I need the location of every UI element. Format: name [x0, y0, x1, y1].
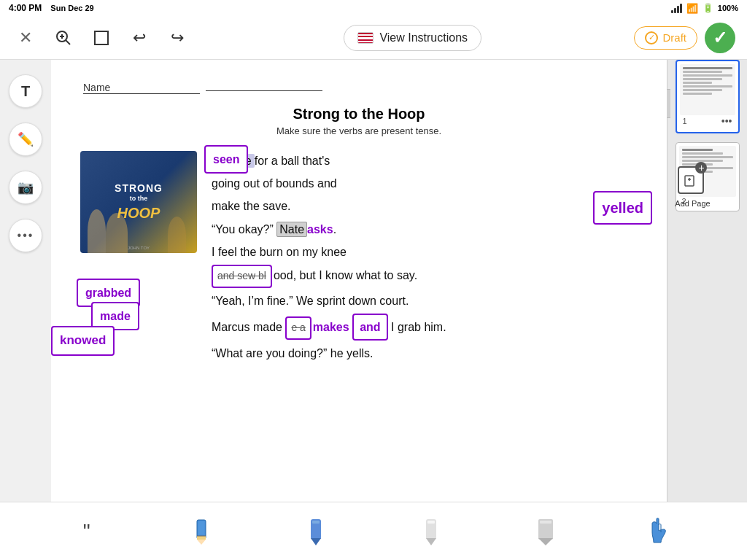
pointer-tool-button[interactable]	[647, 517, 673, 546]
story-text-area: seen yelled grabbed made knowed	[212, 151, 638, 366]
name-label: Name	[83, 82, 200, 94]
makes-word: makes	[313, 321, 349, 333]
seen-label-text: seen	[213, 153, 239, 166]
and-sew-strikethrough[interactable]: and sew bl	[212, 265, 272, 288]
draft-label: Draft	[662, 31, 686, 44]
knowed-label-text: knowed	[60, 333, 106, 347]
yelled-annotation[interactable]: yelled	[593, 191, 652, 225]
svg-rect-9	[197, 536, 206, 540]
asks-word: asks	[307, 223, 333, 236]
svg-marker-10	[197, 540, 206, 545]
svg-line-1	[66, 40, 70, 44]
story-line2: going out of bounds and	[212, 174, 638, 193]
highlighter-tool-button[interactable]	[418, 517, 444, 546]
toolbar: ✕ ↩ ↪ View Instructions	[0, 16, 747, 60]
story-line4a: “You okay?”	[212, 223, 276, 236]
pages-panel: › 1 •••	[667, 16, 747, 502]
story-line5: I feel the burn on my knee	[212, 242, 638, 262]
wifi-icon: 📶	[686, 3, 698, 14]
story-line4c: .	[333, 223, 336, 236]
grabbed-label-text: grabbed	[85, 287, 131, 299]
yelled-label-text: yelled	[602, 200, 643, 216]
name-field-row: Name	[80, 82, 638, 94]
document-subtitle: Make sure the verbs are present tense.	[80, 125, 638, 136]
story-line7: “Yeah, I’m fine.” We sprint down court.	[212, 291, 638, 311]
status-bar: 4:00 PM Sun Dec 29 📶 🔋 100%	[0, 0, 747, 16]
pencil-tool-button[interactable]	[188, 517, 214, 546]
knowed-annotation[interactable]: knowed	[51, 326, 115, 356]
story-line3: make the save.	[212, 196, 638, 216]
svg-rect-21	[540, 521, 551, 524]
nate-text: Nate	[279, 223, 304, 236]
story-line9: “What are you doing?” he yells.	[212, 343, 638, 363]
bottom-toolbar: "	[0, 502, 747, 560]
story-line8a: Marcus made	[212, 321, 285, 333]
svg-marker-20	[538, 538, 553, 545]
view-instructions-label: View Instructions	[379, 31, 468, 44]
book-author: JOHN TOY	[80, 246, 197, 250]
battery-percent: 100%	[718, 4, 738, 12]
name-underline	[206, 90, 322, 91]
svg-rect-18	[427, 521, 435, 524]
made-label-text: made	[100, 310, 131, 322]
redo-button[interactable]: ↪	[163, 24, 191, 52]
done-checkmark-icon: ✓	[713, 28, 727, 48]
draft-circle-icon: ✓	[645, 31, 658, 44]
story-line8b: I grab him.	[388, 321, 446, 333]
page-1-number: 1	[683, 117, 687, 125]
seen-annotation[interactable]: seen	[204, 145, 248, 174]
svg-rect-12	[198, 521, 204, 534]
quote-tool-button[interactable]: "	[74, 517, 100, 546]
fit-screen-button[interactable]	[88, 24, 115, 52]
add-page-button[interactable]: + Add Page	[675, 162, 710, 208]
story-line1-end: for a ball that's	[255, 155, 330, 167]
and-text: and	[360, 321, 380, 333]
svg-rect-4	[95, 31, 108, 44]
done-button[interactable]: ✓	[705, 23, 735, 53]
camera-tool-button[interactable]: 📷	[9, 171, 42, 204]
and-box[interactable]: and	[352, 314, 387, 341]
close-button[interactable]: ✕	[12, 24, 39, 52]
more-tool-button[interactable]: •••	[9, 219, 42, 252]
left-tools-panel: T ✏️ 📷 •••	[0, 60, 51, 502]
document-title: Strong to the Hoop	[80, 106, 638, 122]
pen-tool-button[interactable]: ✏️	[9, 122, 42, 156]
marker-tool-button[interactable]	[303, 517, 329, 546]
add-page-label: Add Page	[675, 199, 710, 208]
signal-icon	[671, 4, 682, 13]
page-1-thumbnail[interactable]: 1 •••	[676, 60, 740, 133]
nate-highlight: Nate	[276, 222, 307, 237]
status-time: 4:00 PM	[9, 3, 42, 13]
text-tool-button[interactable]: T	[9, 74, 42, 108]
flag-icon	[357, 32, 374, 44]
e-a-strikethrough[interactable]: e a	[285, 316, 311, 340]
battery-icon: 🔋	[703, 3, 713, 13]
status-date: Sun Dec 29	[50, 4, 93, 12]
book-cover-image: STRONG to the HOOP JOHN TOY	[80, 151, 197, 253]
main-content-area: Name Strong to the Hoop Make sure the ve…	[51, 60, 667, 502]
view-instructions-button[interactable]: View Instructions	[344, 25, 481, 51]
svg-marker-17	[426, 538, 436, 545]
zoom-in-button[interactable]	[50, 24, 77, 52]
page-1-options-icon[interactable]: •••	[721, 115, 732, 127]
draft-button[interactable]: ✓ Draft	[634, 26, 697, 50]
svg-rect-15	[312, 521, 320, 524]
undo-button[interactable]: ↩	[125, 24, 153, 52]
eraser-tool-button[interactable]	[533, 517, 559, 546]
story-line6b: ood, but I know what to say.	[274, 269, 417, 281]
svg-marker-14	[311, 538, 321, 545]
